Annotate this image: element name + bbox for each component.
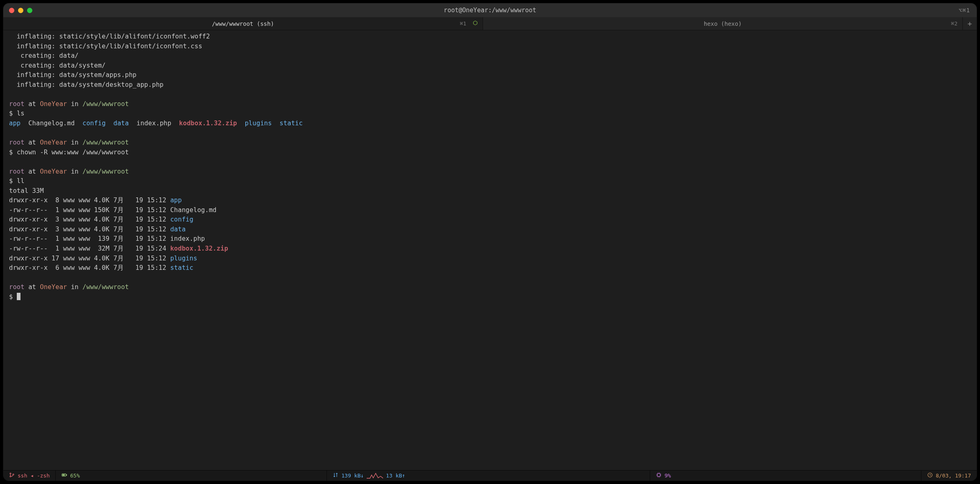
window-title: root@OneYear:/www/wwwroot [3,7,977,14]
clock-text: 8/03, 19:17 [936,473,971,479]
svg-rect-5 [66,475,67,475]
node-icon [473,20,478,25]
status-session: ssh ◂ -zsh [3,470,56,481]
tab-bar: /www/wwwroot (ssh) ⌘1 hexo (hexo) ⌘2 + [3,17,977,30]
cursor [17,293,20,300]
status-network: 139 kB↓ 13 kB↑ [327,470,650,481]
close-icon[interactable] [9,8,14,13]
svg-point-2 [10,476,11,477]
terminal-window: root@OneYear:/www/wwwroot ⌥⌘1 /www/wwwro… [3,3,977,481]
status-bar: ssh ◂ -zsh 65% 139 kB↓ 13 kB↑ [3,470,977,481]
cpu-text: 9% [665,473,671,479]
status-cpu: 9% [650,470,921,481]
minimize-icon[interactable] [18,8,23,13]
new-tab-button[interactable]: + [963,17,977,30]
svg-rect-7 [657,474,660,477]
status-battery: 65% [56,470,327,481]
branch-icon [9,472,15,479]
tab-shortcut: ⌘1 [460,20,478,27]
net-down-text: 139 kB↓ [341,473,364,479]
tab-hexo[interactable]: hexo (hexo) ⌘2 [483,17,963,30]
svg-point-1 [10,473,11,474]
tab-shortcut: ⌘2 [951,20,957,27]
network-icon [333,472,338,479]
battery-text: 65% [70,473,79,479]
tab-wwwroot[interactable]: /www/wwwroot (ssh) ⌘1 [3,17,483,30]
battery-icon [61,472,67,479]
svg-marker-0 [474,21,477,25]
tab-label: hexo (hexo) [704,20,742,27]
tab-label: /www/wwwroot (ssh) [212,20,274,27]
session-text: ssh ◂ -zsh [18,473,50,479]
cpu-icon [656,472,662,479]
status-clock: 8/03, 19:17 [921,470,977,481]
sparkline-icon [367,473,383,479]
traffic-lights [3,8,32,13]
svg-point-3 [13,474,14,475]
titlebar: root@OneYear:/www/wwwroot ⌥⌘1 [3,3,977,17]
terminal-output[interactable]: inflating: static/style/lib/alifont/icon… [3,30,977,470]
zoom-icon[interactable] [27,8,32,13]
clock-icon [927,472,933,479]
window-shortcut: ⌥⌘1 [959,7,977,14]
svg-rect-6 [63,474,65,476]
net-up-text: 13 kB↑ [386,473,405,479]
